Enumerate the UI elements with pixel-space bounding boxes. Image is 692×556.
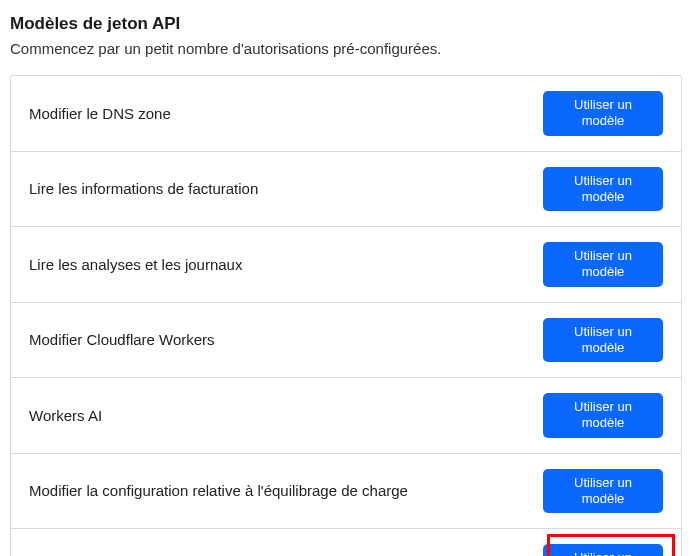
template-row-dns: Modifier le DNS zone Utiliser un modèle bbox=[11, 76, 681, 152]
template-label: Modifier le DNS zone bbox=[29, 105, 171, 122]
use-template-button-wordpress[interactable]: Utiliser un modèle bbox=[543, 544, 663, 556]
use-template-button-billing[interactable]: Utiliser un modèle bbox=[543, 167, 663, 212]
template-row-workers-ai: Workers AI Utiliser un modèle bbox=[11, 378, 681, 454]
use-template-button-load-balancing[interactable]: Utiliser un modèle bbox=[543, 469, 663, 514]
template-row-wordpress: WordPress Utiliser un modèle bbox=[11, 529, 681, 556]
template-label: Lire les informations de facturation bbox=[29, 180, 258, 197]
use-template-button-workers-ai[interactable]: Utiliser un modèle bbox=[543, 393, 663, 438]
template-label: Workers AI bbox=[29, 407, 102, 424]
use-template-button-analytics[interactable]: Utiliser un modèle bbox=[543, 242, 663, 287]
template-label: Lire les analyses et les journaux bbox=[29, 256, 242, 273]
section-header: Modèles de jeton API Commencez par un pe… bbox=[10, 14, 682, 57]
template-row-billing: Lire les informations de facturation Uti… bbox=[11, 152, 681, 228]
templates-list: Modifier le DNS zone Utiliser un modèle … bbox=[10, 75, 682, 556]
section-subtitle: Commencez par un petit nombre d'autorisa… bbox=[10, 40, 682, 57]
template-label: Modifier la configuration relative à l'é… bbox=[29, 482, 408, 499]
template-row-load-balancing: Modifier la configuration relative à l'é… bbox=[11, 454, 681, 530]
use-template-button-workers[interactable]: Utiliser un modèle bbox=[543, 318, 663, 363]
template-row-workers: Modifier Cloudflare Workers Utiliser un … bbox=[11, 303, 681, 379]
template-row-analytics: Lire les analyses et les journaux Utilis… bbox=[11, 227, 681, 303]
section-title: Modèles de jeton API bbox=[10, 14, 682, 34]
use-template-button-dns[interactable]: Utiliser un modèle bbox=[543, 91, 663, 136]
template-label: Modifier Cloudflare Workers bbox=[29, 331, 215, 348]
